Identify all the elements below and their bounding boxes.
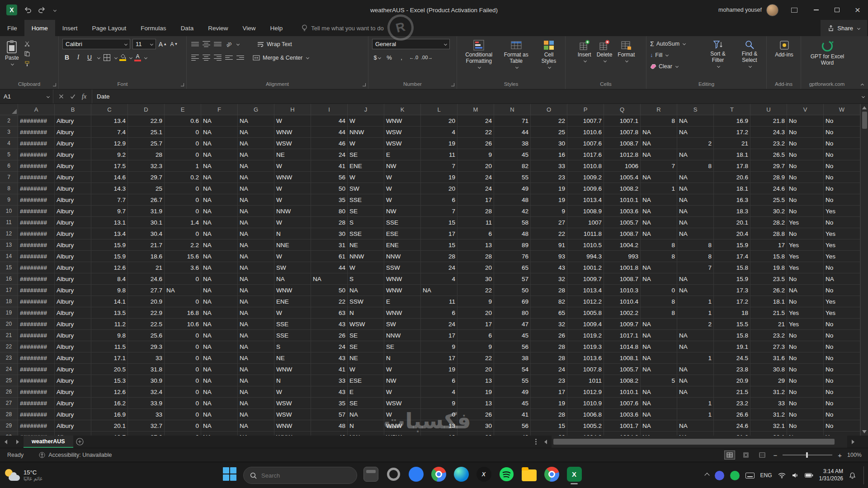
number-dialog-launcher[interactable]	[451, 83, 454, 86]
cell-R19[interactable]: 8	[641, 307, 677, 319]
cell-D11[interactable]: 30.1	[128, 217, 165, 228]
cell-L16[interactable]: 4	[421, 273, 458, 285]
cell-G28[interactable]: NA	[238, 409, 274, 420]
user-name[interactable]: mohamed yousef	[718, 7, 762, 13]
copy-button[interactable]	[23, 50, 31, 57]
ribbon-display-options-button[interactable]	[785, 0, 806, 20]
cell-H5[interactable]: NE	[274, 149, 311, 160]
cell-A14[interactable]: ########	[18, 251, 55, 262]
zoom-out-button[interactable]: −	[773, 451, 777, 459]
excel-taskbar-icon[interactable]: X	[565, 464, 583, 487]
cell-R27[interactable]: NA	[641, 398, 677, 409]
cell-I11[interactable]: 28	[311, 217, 348, 228]
cell-L9[interactable]: 6	[421, 194, 458, 206]
cell-R20[interactable]: NA	[641, 319, 677, 330]
cell-W4[interactable]: No	[824, 138, 860, 149]
cell-I2[interactable]: 44	[311, 115, 348, 127]
cell-Q22[interactable]: 1014.8	[604, 341, 641, 352]
cell-V15[interactable]: Yes	[787, 262, 824, 273]
cell-A28[interactable]: ########	[18, 409, 55, 420]
zoom-slider-thumb[interactable]	[806, 452, 808, 458]
cell-J25[interactable]: ESE	[348, 375, 384, 386]
cell-V17[interactable]: NA	[787, 285, 824, 296]
row-header-30[interactable]: 30	[0, 432, 18, 436]
cell-P25[interactable]: 1011	[567, 375, 604, 386]
cell-U3[interactable]: 24.3	[750, 127, 787, 138]
cell-C17[interactable]: 9.8	[91, 285, 128, 296]
cell-L24[interactable]: 19	[421, 364, 458, 375]
cell-R2[interactable]: 8	[641, 115, 677, 127]
cell-D21[interactable]: 25.6	[128, 330, 165, 341]
cell-W8[interactable]: No	[824, 183, 860, 194]
cell-H20[interactable]: SSE	[274, 319, 311, 330]
cell-Q9[interactable]: 1010.1	[604, 194, 641, 206]
chrome-icon-2[interactable]	[542, 464, 561, 487]
cell-Q4[interactable]: 1008.7	[604, 138, 641, 149]
cell-Q13[interactable]: 1004.2	[604, 239, 641, 251]
addins-button[interactable]: Add-ins	[774, 39, 795, 79]
cell-B12[interactable]: Albury	[55, 228, 91, 239]
cell-F15[interactable]: NA	[201, 262, 238, 273]
cell-W20[interactable]: No	[824, 319, 860, 330]
cell-Q15[interactable]: 1001.8	[604, 262, 641, 273]
cell-T15[interactable]: 15.8	[714, 262, 750, 273]
cell-N13[interactable]: 89	[494, 239, 531, 251]
row-header-23[interactable]: 23	[0, 352, 18, 364]
cell-R15[interactable]: NA	[641, 262, 677, 273]
cell-N18[interactable]: 69	[494, 296, 531, 307]
enter-check-icon[interactable]	[70, 94, 75, 99]
cell-S2[interactable]: NA	[677, 115, 714, 127]
row-header-21[interactable]: 21	[0, 330, 18, 341]
cell-J13[interactable]: NE	[348, 239, 384, 251]
cell-K20[interactable]: SW	[384, 319, 421, 330]
cell-B6[interactable]: Albury	[55, 160, 91, 172]
cell-P28[interactable]: 1006.8	[567, 409, 604, 420]
cell-L23[interactable]: 17	[421, 352, 458, 364]
cell-J21[interactable]: SE	[348, 330, 384, 341]
cell-I18[interactable]: 22	[311, 296, 348, 307]
cell-P29[interactable]: 1005.2	[567, 420, 604, 432]
cell-L4[interactable]: 19	[421, 138, 458, 149]
cell-K19[interactable]: WNW	[384, 307, 421, 319]
cell-E13[interactable]: 2.2	[165, 239, 201, 251]
cell-W25[interactable]: No	[824, 375, 860, 386]
cell-E29[interactable]: 0	[165, 420, 201, 432]
cell-G12[interactable]: NA	[238, 228, 274, 239]
collapse-ribbon-chevron[interactable]	[861, 84, 864, 87]
cell-M7[interactable]: 24	[458, 172, 494, 183]
cell-R9[interactable]: NA	[641, 194, 677, 206]
row-header-18[interactable]: 18	[0, 296, 18, 307]
row-header-6[interactable]: 6	[0, 160, 18, 172]
cell-W27[interactable]: No	[824, 398, 860, 409]
cell-U8[interactable]: 24.6	[750, 183, 787, 194]
cell-M22[interactable]: 9	[458, 341, 494, 352]
cell-L18[interactable]: 11	[421, 296, 458, 307]
cell-D6[interactable]: 32.3	[128, 160, 165, 172]
cell-S26[interactable]: NA	[677, 386, 714, 398]
cell-V9[interactable]: No	[787, 194, 824, 206]
cell-H6[interactable]: W	[274, 160, 311, 172]
cell-N29[interactable]: 56	[494, 420, 531, 432]
cell-N10[interactable]: 42	[494, 206, 531, 217]
cell-B22[interactable]: Albury	[55, 341, 91, 352]
row-header-25[interactable]: 25	[0, 375, 18, 386]
cell-N24[interactable]: 54	[494, 364, 531, 375]
align-right-button[interactable]	[213, 53, 222, 63]
cell-E20[interactable]: 10.6	[165, 319, 201, 330]
cell-J12[interactable]: SSE	[348, 228, 384, 239]
cell-Q20[interactable]: 1009.7	[604, 319, 641, 330]
cell-B8[interactable]: Albury	[55, 183, 91, 194]
alignment-dialog-launcher[interactable]	[363, 83, 366, 86]
cell-D14[interactable]: 18.6	[128, 251, 165, 262]
cell-M26[interactable]: 19	[458, 386, 494, 398]
cell-M19[interactable]: 20	[458, 307, 494, 319]
cell-F5[interactable]: NA	[201, 149, 238, 160]
cell-W6[interactable]: No	[824, 160, 860, 172]
cell-P13[interactable]: 1010.5	[567, 239, 604, 251]
cell-A6[interactable]: ########	[18, 160, 55, 172]
cell-Q21[interactable]: 1017.1	[604, 330, 641, 341]
cell-P18[interactable]: 1012.2	[567, 296, 604, 307]
cell-G15[interactable]: NA	[238, 262, 274, 273]
cell-P14[interactable]: 994.3	[567, 251, 604, 262]
delete-cells-button[interactable]: Delete	[595, 39, 614, 79]
